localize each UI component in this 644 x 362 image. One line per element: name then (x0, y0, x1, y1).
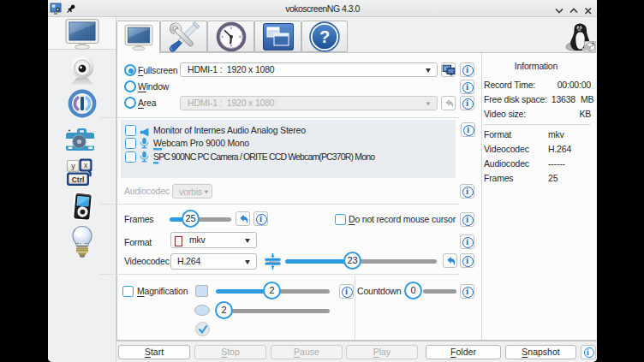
svg-text:?: ? (319, 27, 330, 46)
svg-text:Compress: Compress (266, 260, 280, 264)
svg-text:y: y (71, 162, 75, 170)
svg-text:Ctrl: Ctrl (72, 175, 85, 184)
